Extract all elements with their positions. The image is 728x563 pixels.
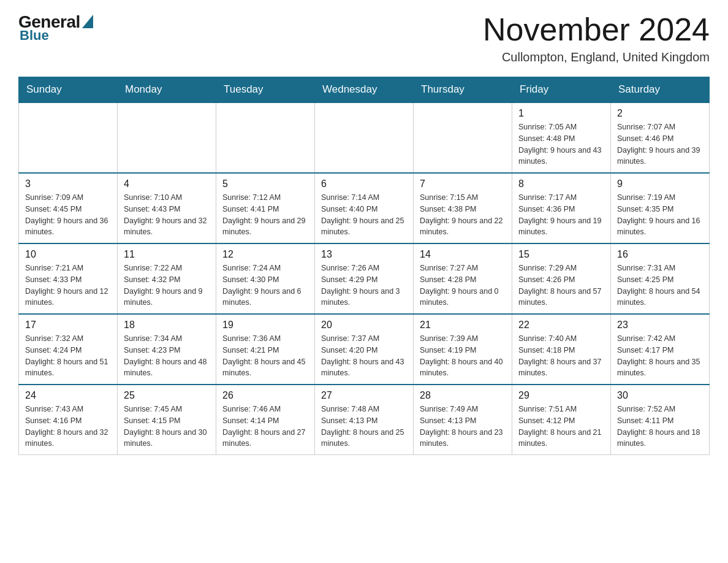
- day-number: 23: [617, 320, 703, 331]
- day-number: 28: [420, 390, 506, 401]
- calendar-cell: 24Sunrise: 7:43 AM Sunset: 4:16 PM Dayli…: [19, 385, 118, 455]
- day-info: Sunrise: 7:32 AM Sunset: 4:24 PM Dayligh…: [25, 333, 111, 379]
- day-info: Sunrise: 7:39 AM Sunset: 4:19 PM Dayligh…: [420, 333, 506, 379]
- day-number: 3: [25, 178, 111, 190]
- calendar-cell: 6Sunrise: 7:14 AM Sunset: 4:40 PM Daylig…: [315, 173, 414, 243]
- day-info: Sunrise: 7:09 AM Sunset: 4:45 PM Dayligh…: [25, 192, 111, 238]
- day-info: Sunrise: 7:51 AM Sunset: 4:12 PM Dayligh…: [518, 404, 604, 450]
- calendar-cell: 5Sunrise: 7:12 AM Sunset: 4:41 PM Daylig…: [216, 173, 315, 243]
- day-info: Sunrise: 7:07 AM Sunset: 4:46 PM Dayligh…: [617, 121, 703, 167]
- calendar-header-sunday: Sunday: [19, 77, 118, 103]
- calendar-week-row: 3Sunrise: 7:09 AM Sunset: 4:45 PM Daylig…: [19, 173, 710, 243]
- calendar-cell: 21Sunrise: 7:39 AM Sunset: 4:19 PM Dayli…: [414, 314, 512, 385]
- calendar-cell: 19Sunrise: 7:36 AM Sunset: 4:21 PM Dayli…: [216, 314, 315, 385]
- logo-triangle-icon: [82, 15, 93, 28]
- calendar-cell: 8Sunrise: 7:17 AM Sunset: 4:36 PM Daylig…: [512, 173, 611, 243]
- calendar-header-friday: Friday: [512, 77, 611, 103]
- calendar-cell: 29Sunrise: 7:51 AM Sunset: 4:12 PM Dayli…: [512, 385, 611, 455]
- day-info: Sunrise: 7:40 AM Sunset: 4:18 PM Dayligh…: [518, 333, 604, 379]
- calendar-cell: 13Sunrise: 7:26 AM Sunset: 4:29 PM Dayli…: [315, 243, 414, 314]
- calendar-cell: 26Sunrise: 7:46 AM Sunset: 4:14 PM Dayli…: [216, 385, 315, 455]
- day-number: 20: [321, 320, 407, 331]
- calendar-cell: 17Sunrise: 7:32 AM Sunset: 4:24 PM Dayli…: [19, 314, 118, 385]
- day-number: 17: [25, 320, 111, 331]
- day-info: Sunrise: 7:19 AM Sunset: 4:35 PM Dayligh…: [617, 192, 703, 238]
- day-info: Sunrise: 7:05 AM Sunset: 4:48 PM Dayligh…: [518, 121, 604, 167]
- day-number: 9: [617, 178, 703, 190]
- day-info: Sunrise: 7:17 AM Sunset: 4:36 PM Dayligh…: [518, 192, 604, 238]
- calendar-header-row: SundayMondayTuesdayWednesdayThursdayFrid…: [19, 77, 710, 103]
- day-number: 15: [518, 249, 604, 260]
- calendar-cell: 20Sunrise: 7:37 AM Sunset: 4:20 PM Dayli…: [315, 314, 414, 385]
- day-number: 21: [420, 320, 506, 331]
- calendar-cell: 2Sunrise: 7:07 AM Sunset: 4:46 PM Daylig…: [611, 102, 710, 173]
- calendar-week-row: 24Sunrise: 7:43 AM Sunset: 4:16 PM Dayli…: [19, 385, 710, 455]
- day-info: Sunrise: 7:42 AM Sunset: 4:17 PM Dayligh…: [617, 333, 703, 379]
- calendar-cell: [19, 102, 118, 173]
- day-number: 26: [222, 390, 308, 401]
- day-number: 8: [518, 178, 604, 190]
- calendar-cell: [315, 102, 414, 173]
- day-number: 27: [321, 390, 407, 401]
- calendar-cell: 30Sunrise: 7:52 AM Sunset: 4:11 PM Dayli…: [611, 385, 710, 455]
- calendar-week-row: 1Sunrise: 7:05 AM Sunset: 4:48 PM Daylig…: [19, 102, 710, 173]
- day-info: Sunrise: 7:14 AM Sunset: 4:40 PM Dayligh…: [321, 192, 407, 238]
- calendar-cell: 22Sunrise: 7:40 AM Sunset: 4:18 PM Dayli…: [512, 314, 611, 385]
- calendar-cell: 4Sunrise: 7:10 AM Sunset: 4:43 PM Daylig…: [118, 173, 216, 243]
- day-info: Sunrise: 7:34 AM Sunset: 4:23 PM Dayligh…: [124, 333, 210, 379]
- day-number: 13: [321, 249, 407, 260]
- day-number: 10: [25, 249, 111, 260]
- calendar-cell: 27Sunrise: 7:48 AM Sunset: 4:13 PM Dayli…: [315, 385, 414, 455]
- day-info: Sunrise: 7:21 AM Sunset: 4:33 PM Dayligh…: [25, 262, 111, 308]
- title-section: November 2024 Cullompton, England, Unite…: [483, 12, 710, 64]
- day-info: Sunrise: 7:46 AM Sunset: 4:14 PM Dayligh…: [222, 404, 308, 450]
- calendar-cell: 3Sunrise: 7:09 AM Sunset: 4:45 PM Daylig…: [19, 173, 118, 243]
- day-info: Sunrise: 7:24 AM Sunset: 4:30 PM Dayligh…: [222, 262, 308, 308]
- calendar-header-monday: Monday: [118, 77, 216, 103]
- calendar-cell: 28Sunrise: 7:49 AM Sunset: 4:13 PM Dayli…: [414, 385, 512, 455]
- day-number: 16: [617, 249, 703, 260]
- calendar-week-row: 17Sunrise: 7:32 AM Sunset: 4:24 PM Dayli…: [19, 314, 710, 385]
- day-info: Sunrise: 7:43 AM Sunset: 4:16 PM Dayligh…: [25, 404, 111, 450]
- calendar-header-thursday: Thursday: [414, 77, 512, 103]
- day-info: Sunrise: 7:31 AM Sunset: 4:25 PM Dayligh…: [617, 262, 703, 308]
- day-number: 14: [420, 249, 506, 260]
- calendar-header-tuesday: Tuesday: [216, 77, 315, 103]
- calendar-cell: 25Sunrise: 7:45 AM Sunset: 4:15 PM Dayli…: [118, 385, 216, 455]
- day-info: Sunrise: 7:12 AM Sunset: 4:41 PM Dayligh…: [222, 192, 308, 238]
- day-number: 7: [420, 178, 506, 190]
- day-number: 4: [124, 178, 210, 190]
- calendar-cell: 9Sunrise: 7:19 AM Sunset: 4:35 PM Daylig…: [611, 173, 710, 243]
- calendar-cell: 12Sunrise: 7:24 AM Sunset: 4:30 PM Dayli…: [216, 243, 315, 314]
- day-number: 1: [518, 108, 604, 119]
- day-info: Sunrise: 7:26 AM Sunset: 4:29 PM Dayligh…: [321, 262, 407, 308]
- calendar-cell: [216, 102, 315, 173]
- calendar-cell: 7Sunrise: 7:15 AM Sunset: 4:38 PM Daylig…: [414, 173, 512, 243]
- day-info: Sunrise: 7:10 AM Sunset: 4:43 PM Dayligh…: [124, 192, 210, 238]
- calendar-cell: 18Sunrise: 7:34 AM Sunset: 4:23 PM Dayli…: [118, 314, 216, 385]
- calendar-cell: 14Sunrise: 7:27 AM Sunset: 4:28 PM Dayli…: [414, 243, 512, 314]
- day-number: 11: [124, 249, 210, 260]
- calendar-header-wednesday: Wednesday: [315, 77, 414, 103]
- day-info: Sunrise: 7:29 AM Sunset: 4:26 PM Dayligh…: [518, 262, 604, 308]
- calendar-header-saturday: Saturday: [611, 77, 710, 103]
- day-number: 22: [518, 320, 604, 331]
- day-info: Sunrise: 7:27 AM Sunset: 4:28 PM Dayligh…: [420, 262, 506, 308]
- day-info: Sunrise: 7:48 AM Sunset: 4:13 PM Dayligh…: [321, 404, 407, 450]
- page-header: General Blue November 2024 Cullompton, E…: [18, 12, 710, 64]
- calendar-cell: 11Sunrise: 7:22 AM Sunset: 4:32 PM Dayli…: [118, 243, 216, 314]
- day-info: Sunrise: 7:22 AM Sunset: 4:32 PM Dayligh…: [124, 262, 210, 308]
- day-info: Sunrise: 7:52 AM Sunset: 4:11 PM Dayligh…: [617, 404, 703, 450]
- calendar-cell: [118, 102, 216, 173]
- day-number: 12: [222, 249, 308, 260]
- day-info: Sunrise: 7:49 AM Sunset: 4:13 PM Dayligh…: [420, 404, 506, 450]
- day-number: 25: [124, 390, 210, 401]
- day-number: 5: [222, 178, 308, 190]
- day-number: 30: [617, 390, 703, 401]
- day-number: 2: [617, 108, 703, 119]
- calendar-table: SundayMondayTuesdayWednesdayThursdayFrid…: [18, 77, 710, 455]
- day-info: Sunrise: 7:37 AM Sunset: 4:20 PM Dayligh…: [321, 333, 407, 379]
- location-text: Cullompton, England, United Kingdom: [483, 50, 710, 64]
- month-title: November 2024: [483, 12, 710, 47]
- calendar-cell: 23Sunrise: 7:42 AM Sunset: 4:17 PM Dayli…: [611, 314, 710, 385]
